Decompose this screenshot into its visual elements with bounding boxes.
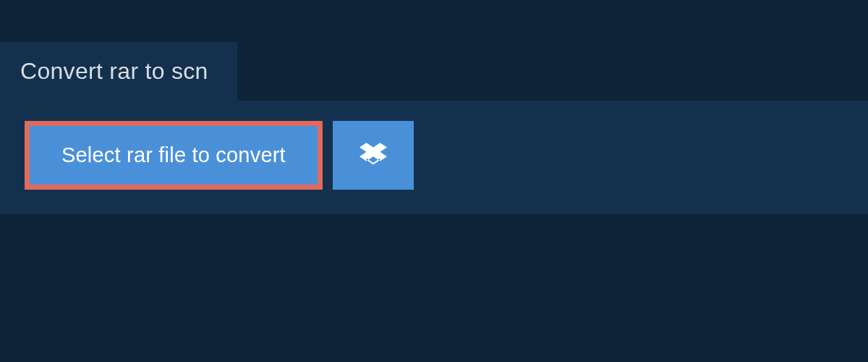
upload-panel: Select rar file to convert [0,101,868,214]
button-row: Select rar file to convert [25,121,843,190]
page-title: Convert rar to scn [20,58,208,84]
tab-header: Convert rar to scn [0,42,237,101]
select-file-button[interactable]: Select rar file to convert [25,121,323,190]
dropbox-button[interactable] [333,121,414,190]
select-file-label: Select rar file to convert [61,143,286,167]
dropbox-icon [359,140,387,170]
